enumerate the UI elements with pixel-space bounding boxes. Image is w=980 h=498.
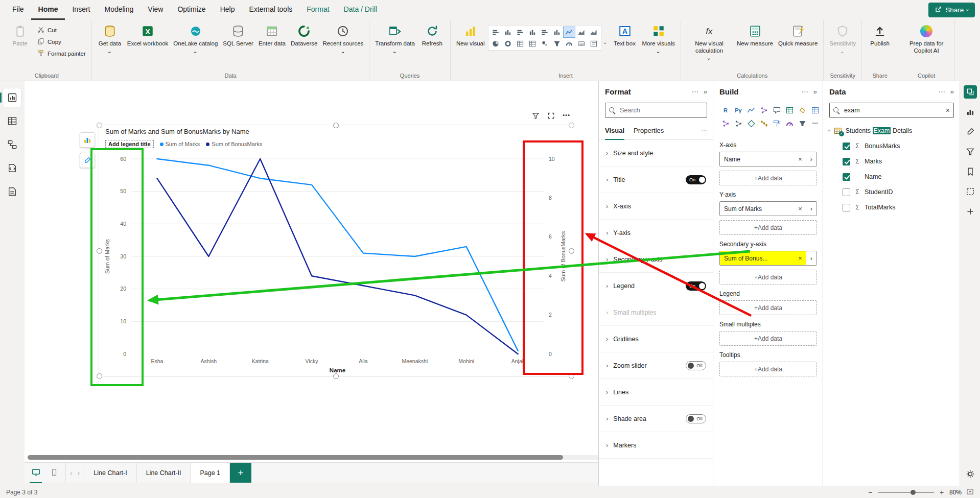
new-visual-button[interactable]: New visual (454, 21, 487, 49)
card-icon[interactable]: 123 (576, 38, 587, 49)
bonusmarks-checkbox[interactable] (843, 143, 850, 150)
100-stacked-bar-chart-icon[interactable] (539, 27, 550, 37)
dax-query-view-icon[interactable] (3, 159, 21, 177)
format-section-markers[interactable]: ›Markers (599, 432, 713, 459)
menu-item-modeling[interactable]: Modeling (97, 0, 141, 20)
100-stacked-column-chart-icon[interactable] (551, 27, 563, 37)
onelake-catalog-button[interactable]: OneLake catalog› (171, 21, 220, 56)
stacked-area-chart-icon[interactable] (588, 27, 599, 37)
resize-handle-bottom-right[interactable] (569, 373, 574, 379)
sql-server-button[interactable]: SQL Server (221, 21, 255, 49)
paginated-report-icon[interactable] (783, 104, 796, 116)
table-icon[interactable] (515, 38, 526, 49)
tab-visual[interactable]: Visual (605, 122, 624, 140)
field-row-totalmarks[interactable]: ΣTotalMarks (828, 200, 955, 215)
area-chart-icon[interactable] (576, 27, 587, 37)
sensitivity-button[interactable]: Sensitivity› (827, 21, 858, 56)
field-chip-sum-of-marks[interactable]: Sum of Marks×› (719, 201, 817, 216)
menu-item-format[interactable]: Format (299, 0, 336, 20)
copy-button[interactable]: Copy (35, 37, 88, 47)
shade-area-toggle[interactable]: Off (686, 414, 706, 423)
page-tab-page-1[interactable]: Page 1 (191, 463, 230, 483)
donut-chart-icon[interactable] (502, 38, 514, 49)
remove-field-icon[interactable]: × (795, 155, 806, 163)
collapse-pane-icon[interactable]: » (950, 88, 954, 96)
add-pane-icon[interactable] (964, 205, 977, 218)
format-section-secondary-y-axis[interactable]: ›Secondary y-axis (599, 246, 713, 273)
filter-icon[interactable] (531, 111, 540, 120)
metrics-icon[interactable] (809, 104, 821, 116)
zoom-slider[interactable] (878, 492, 934, 493)
mobile-view-icon[interactable] (48, 462, 60, 483)
horizontal-scrollbar[interactable] (28, 455, 616, 460)
enter-data-button[interactable]: Enter data (256, 21, 288, 49)
table-view-icon[interactable] (3, 112, 21, 130)
gallery-expand-icon[interactable]: › (601, 25, 610, 48)
prep-data-for-copilot-ai-button[interactable]: Prep data for Copilot AI (902, 21, 951, 55)
title-toggle[interactable]: On (686, 175, 706, 184)
settings-gear-icon[interactable] (964, 467, 977, 481)
key-influencers-icon[interactable] (719, 117, 732, 130)
waterfall-chart-icon[interactable] (758, 117, 770, 130)
more-options-icon[interactable]: ⋯ (802, 88, 808, 96)
matrix-icon[interactable] (527, 38, 538, 49)
selection-pane-icon[interactable] (964, 185, 977, 198)
resize-handle-top-left[interactable] (97, 123, 102, 128)
bookmarks-pane-icon[interactable] (964, 165, 977, 178)
zoom-slider-toggle[interactable]: Off (686, 361, 706, 370)
format-section-y-axis[interactable]: ›Y-axis (599, 220, 713, 246)
model-view-icon[interactable] (3, 135, 21, 154)
data-search-input[interactable] (843, 106, 943, 114)
prev-page-icon[interactable]: ‹ (70, 469, 73, 477)
funnel-chart-icon[interactable] (796, 117, 808, 130)
more-options-icon[interactable]: ⋯ (562, 111, 571, 120)
more-options-icon[interactable]: ⋯ (701, 127, 707, 134)
format-flyout-button[interactable] (80, 153, 95, 168)
collapse-pane-icon[interactable]: » (704, 88, 707, 96)
excel-workbook-button[interactable]: XExcel workbook (125, 21, 171, 49)
publish-button[interactable]: Publish (866, 21, 894, 49)
resize-handle-bottom-center[interactable] (333, 373, 339, 379)
format-section-gridlines[interactable]: ›Gridlines (599, 326, 713, 352)
studentid-checkbox[interactable] (843, 188, 850, 196)
add-data-x-axis[interactable]: +Add data (719, 171, 817, 185)
format-section-size-and-style[interactable]: ›Size and style (599, 140, 713, 167)
resize-handle-mid-left[interactable] (97, 248, 102, 254)
field-menu-chevron-icon[interactable]: › (806, 152, 816, 166)
remove-field-icon[interactable]: × (795, 254, 806, 262)
paste-button[interactable]: Paste (6, 21, 34, 49)
field-row-name[interactable]: Name (828, 169, 955, 184)
format-painter-button[interactable]: Format painter (35, 49, 88, 59)
zoom-out-icon[interactable]: − (867, 488, 873, 496)
power-apps-icon[interactable] (796, 104, 808, 116)
field-chip-name[interactable]: Name×› (719, 152, 817, 167)
focus-mode-icon[interactable] (546, 111, 555, 120)
menu-item-view[interactable]: View (141, 0, 170, 20)
insights-button[interactable] (80, 132, 95, 148)
add-data-small-multiples[interactable]: +Add data (719, 331, 817, 346)
dataverse-button[interactable]: Dataverse (289, 21, 319, 49)
name-checkbox[interactable] (843, 173, 850, 181)
collapse-pane-icon[interactable]: » (813, 88, 817, 96)
desktop-view-icon[interactable] (30, 462, 42, 483)
format-section-lines[interactable]: ›Lines (599, 379, 713, 406)
filters-pane-icon[interactable] (964, 145, 977, 158)
field-row-marks[interactable]: ΣMarks (828, 154, 955, 169)
text-box-button[interactable]: AText box (611, 21, 639, 49)
menu-item-help[interactable]: Help (213, 0, 242, 20)
add-data-secondary-y-axis[interactable]: +Add data (719, 270, 817, 284)
qna-visual-icon[interactable] (745, 117, 757, 130)
tmdl-view-icon[interactable] (3, 182, 21, 201)
map-icon[interactable] (539, 38, 550, 49)
more-visuals-button[interactable]: More visuals› (640, 21, 678, 56)
marks-checkbox[interactable] (843, 158, 850, 165)
line-chart-visual[interactable]: ⋯ Sum of Marks and Sum of BonusMarks by … (99, 125, 572, 376)
page-tab-line-chart-i[interactable]: Line Chart-I (84, 463, 136, 483)
format-pane-icon[interactable] (964, 125, 977, 138)
format-section-legend[interactable]: ›LegendOn (599, 273, 713, 299)
field-menu-chevron-icon[interactable]: › (806, 202, 816, 216)
decomposition-tree-icon[interactable] (732, 117, 744, 130)
stacked-column-chart-icon[interactable] (502, 27, 514, 37)
slicer-icon[interactable] (588, 38, 599, 49)
field-row-bonusmarks[interactable]: ΣBonusMarks (828, 138, 955, 154)
